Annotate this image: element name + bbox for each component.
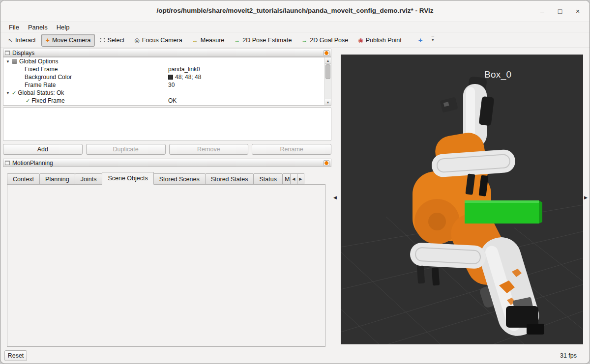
- expander-icon[interactable]: ▼: [5, 91, 10, 95]
- publish-point-label: Publish Point: [366, 37, 402, 44]
- fps-counter: 31 fps: [560, 352, 577, 359]
- tree-value[interactable]: 30: [168, 82, 175, 88]
- tree-value: OK: [168, 97, 177, 104]
- pose-estimate-arrow-icon: →: [234, 37, 240, 43]
- rename-button[interactable]: Rename: [252, 144, 331, 155]
- menu-panels[interactable]: Panels: [24, 24, 52, 31]
- focus-camera-icon: ◎: [134, 37, 139, 43]
- displays-buttons: Add Duplicate Remove Rename: [3, 144, 331, 155]
- tree-label: Background Color: [25, 74, 72, 81]
- tree-value[interactable]: 48; 48; 48: [175, 74, 201, 81]
- tree-label: Frame Rate: [25, 82, 56, 88]
- displays-tree[interactable]: ▼ Global Options Fixed Frame panda_link0…: [3, 57, 331, 106]
- add-button[interactable]: Add: [3, 144, 83, 155]
- close-icon[interactable]: ×: [574, 7, 582, 15]
- tab-joints[interactable]: Joints: [75, 173, 103, 185]
- tab-stored-states[interactable]: Stored States: [205, 173, 254, 185]
- scene-objects-tab-content: [7, 184, 325, 347]
- displays-panel-header[interactable]: Displays: [3, 49, 331, 57]
- rviz-window: /opt/ros/humble/share/moveit2_tutorials/…: [0, 0, 590, 364]
- collision-box[interactable]: [465, 200, 542, 224]
- select-tool-button[interactable]: Select: [96, 34, 129, 47]
- displays-header-label: Displays: [12, 50, 34, 56]
- interact-icon: ↖: [8, 37, 13, 43]
- tree-label: Fixed Frame: [25, 66, 58, 73]
- panel-options-icon[interactable]: [324, 160, 329, 166]
- tab-scroll-left-icon[interactable]: ◀: [290, 173, 297, 185]
- tree-row-fixed-frame[interactable]: Fixed Frame panda_link0: [3, 65, 331, 73]
- measure-label: Measure: [201, 37, 225, 44]
- tree-row-global-options[interactable]: ▼ Global Options: [3, 57, 331, 65]
- tab-scene-objects[interactable]: Scene Objects: [102, 172, 153, 185]
- tab-scroll-right-icon[interactable]: ▶: [297, 173, 304, 185]
- goal-pose-tool-button[interactable]: → 2D Goal Pose: [297, 34, 353, 47]
- render-viewport[interactable]: Box_0: [341, 55, 583, 344]
- tree-row-frame-rate[interactable]: Frame Rate 30: [3, 81, 331, 89]
- tree-value[interactable]: panda_link0: [168, 66, 200, 73]
- tree-label: Global Status: Ok: [18, 89, 64, 96]
- move-camera-tool-button[interactable]: + Move Camera: [41, 34, 95, 47]
- select-icon: [100, 38, 105, 42]
- maximize-icon[interactable]: □: [556, 7, 564, 15]
- tab-planning[interactable]: Planning: [39, 173, 75, 185]
- check-icon: ✓: [12, 90, 16, 96]
- remove-button[interactable]: Remove: [169, 144, 249, 155]
- interact-label: Interact: [15, 37, 36, 44]
- scrollbar-thumb[interactable]: [325, 64, 330, 79]
- focus-camera-tool-button[interactable]: ◎ Focus Camera: [130, 34, 186, 47]
- tree-label: Fixed Frame: [31, 97, 64, 104]
- tool-options-caret-icon: ▾: [432, 39, 434, 41]
- motion-planning-header-label: MotionPlanning: [12, 160, 53, 167]
- panel-icon: [5, 51, 10, 55]
- title-bar[interactable]: /opt/ros/humble/share/moveit2_tutorials/…: [0, 0, 590, 22]
- tree-row-global-status[interactable]: ▼ ✓ Global Status: Ok: [3, 89, 331, 97]
- add-tool-plus-icon: +: [418, 36, 423, 44]
- tree-scrollbar[interactable]: ▲ ▼: [324, 57, 331, 105]
- menu-bar: File Panels Help: [0, 22, 590, 32]
- scroll-down-icon[interactable]: ▼: [325, 99, 331, 105]
- check-icon: ✓: [26, 98, 30, 104]
- global-options-icon: [12, 59, 17, 64]
- motion-planning-tabs: Context Planning Joints Scene Objects St…: [7, 172, 304, 185]
- displays-empty-area: [3, 107, 331, 141]
- measure-tool-button[interactable]: ↔ Measure: [188, 34, 229, 47]
- tab-context[interactable]: Context: [7, 173, 40, 185]
- tree-row-background-color[interactable]: Background Color 48; 48; 48: [3, 73, 331, 81]
- reset-button[interactable]: Reset: [4, 350, 27, 361]
- expander-icon[interactable]: ▼: [5, 59, 10, 64]
- pose-estimate-label: 2D Pose Estimate: [242, 37, 292, 44]
- move-camera-label: Move Camera: [52, 37, 91, 44]
- tree-row-fixed-frame-status[interactable]: ✓ Fixed Frame OK: [3, 97, 331, 105]
- measure-icon: ↔: [192, 37, 198, 43]
- tool-options-dash-icon: –: [431, 34, 434, 37]
- tab-truncated[interactable]: M: [282, 173, 291, 185]
- tree-label: Global Options: [19, 58, 58, 65]
- menu-help[interactable]: Help: [52, 24, 74, 31]
- select-label: Select: [107, 37, 124, 44]
- color-swatch: [168, 75, 173, 80]
- move-camera-icon: +: [46, 37, 50, 44]
- interact-tool-button[interactable]: ↖ Interact: [3, 34, 40, 47]
- splitter-left-icon[interactable]: ◀: [333, 195, 337, 200]
- publish-point-icon: ◉: [358, 37, 363, 43]
- scene-canvas: [341, 55, 583, 344]
- panel-icon: [5, 161, 10, 165]
- tab-stored-scenes[interactable]: Stored Scenes: [153, 173, 206, 185]
- add-tool-button[interactable]: +: [414, 34, 427, 47]
- pose-estimate-tool-button[interactable]: → 2D Pose Estimate: [230, 34, 296, 47]
- window-controls: – □ ×: [538, 0, 582, 22]
- minimize-icon[interactable]: –: [538, 7, 546, 15]
- tool-options-button[interactable]: – ▾: [428, 34, 438, 47]
- window-title: /opt/ros/humble/share/moveit2_tutorials/…: [50, 7, 540, 14]
- object-3d-label: Box_0: [484, 69, 511, 80]
- tool-bar: ↖ Interact + Move Camera Select ◎ Focus …: [0, 32, 590, 48]
- goal-pose-arrow-icon: →: [301, 37, 307, 43]
- panel-options-icon[interactable]: [324, 50, 329, 56]
- splitter-right-icon[interactable]: ▶: [584, 195, 588, 200]
- tab-status[interactable]: Status: [253, 173, 282, 185]
- motion-planning-panel-header[interactable]: MotionPlanning: [3, 159, 331, 167]
- duplicate-button[interactable]: Duplicate: [86, 144, 166, 155]
- publish-point-tool-button[interactable]: ◉ Publish Point: [354, 34, 406, 47]
- menu-file[interactable]: File: [4, 24, 24, 31]
- scroll-up-icon[interactable]: ▲: [325, 57, 331, 64]
